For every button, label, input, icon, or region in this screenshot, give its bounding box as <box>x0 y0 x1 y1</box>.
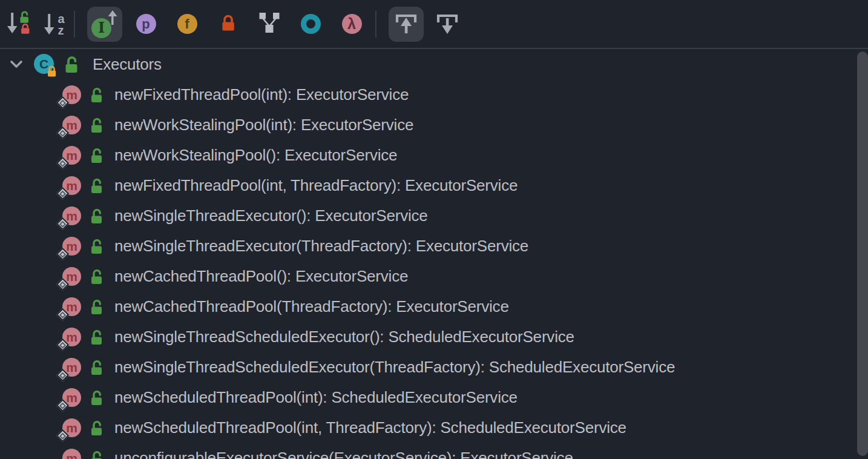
method-signature-label: newFixedThreadPool(int): ExecutorService <box>114 85 409 104</box>
method-signature-label: newSingleThreadScheduledExecutor(ThreadF… <box>114 358 675 377</box>
method-signature-label: newCachedThreadPool(): ExecutorService <box>114 267 408 286</box>
public-lock-icon <box>90 117 104 133</box>
public-lock-icon <box>90 177 104 194</box>
show-properties-button[interactable]: p <box>128 7 163 42</box>
method-signature-label: newWorkStealingPool(int): ExecutorServic… <box>114 116 413 134</box>
tree-row-method[interactable]: m newCachedThreadPool(): ExecutorService <box>0 261 868 291</box>
method-icon: m <box>62 328 81 346</box>
chevron-down-icon[interactable] <box>6 54 27 74</box>
sort-alphabetically-button[interactable]: a z <box>40 7 68 42</box>
show-non-public-button[interactable] <box>211 7 246 42</box>
method-signature-label: newSingleThreadExecutor(): ExecutorServi… <box>114 206 428 225</box>
method-icon: m <box>62 116 81 134</box>
tree-row-method[interactable]: m newSingleThreadExecutor(): ExecutorSer… <box>0 200 868 231</box>
method-icon: m <box>62 85 81 104</box>
tree-row-method[interactable]: m newSingleThreadExecutor(ThreadFactory)… <box>0 231 868 261</box>
final-padlock-icon <box>47 65 58 78</box>
up-arrow-overlay <box>106 9 119 27</box>
tree-row-method[interactable]: m newWorkStealingPool(int): ExecutorServ… <box>0 110 868 140</box>
public-lock-icon <box>90 238 104 254</box>
public-lock-icon <box>90 359 104 375</box>
class-icon: C <box>34 54 54 74</box>
method-icon: m <box>62 297 81 316</box>
structure-tree: C Executors m newFixedThreadPool(int): E… <box>0 49 868 459</box>
tree-row-method[interactable]: m newWorkStealingPool(): ExecutorService <box>0 140 868 170</box>
method-icon: m <box>62 146 81 165</box>
sort-by-visibility-icon <box>6 10 34 39</box>
method-signature-label: newFixedThreadPool(int, ThreadFactory): … <box>114 176 518 195</box>
autoscroll-to-source-button[interactable] <box>389 7 424 42</box>
public-lock-icon <box>90 420 104 436</box>
show-objects-button[interactable] <box>293 7 328 42</box>
show-anonymous-classes-button[interactable] <box>252 7 287 42</box>
public-lock-icon <box>90 450 104 459</box>
method-icon: m <box>62 358 81 377</box>
structure-toolbar: a z I p f <box>0 0 868 49</box>
tree-row-method[interactable]: m newFixedThreadPool(int): ExecutorServi… <box>0 79 868 110</box>
tree-row-method[interactable]: m newSingleThreadScheduledExecutor(Threa… <box>0 352 868 382</box>
method-icon: m <box>62 267 81 286</box>
sort-alpha-z-glyph: z <box>58 24 64 36</box>
method-icon: m <box>62 206 81 225</box>
anonymous-classes-icon <box>258 12 280 36</box>
tree-row-method[interactable]: m unconfigurableExecutorService(Executor… <box>0 443 868 459</box>
lambda-icon: λ <box>342 14 362 34</box>
toolbar-separator <box>74 11 75 38</box>
tree-row-method[interactable]: m newScheduledThreadPool(int): Scheduled… <box>0 382 868 412</box>
public-lock-icon <box>90 208 104 224</box>
show-properties-icon: p <box>136 14 156 34</box>
public-lock-icon <box>90 268 104 285</box>
method-icon: m <box>62 237 81 256</box>
public-lock-icon <box>90 87 104 103</box>
method-signature-label: newWorkStealingPool(): ExecutorService <box>114 146 397 165</box>
public-lock-icon <box>90 329 104 345</box>
method-signature-label: newScheduledThreadPool(int, ThreadFactor… <box>114 418 626 437</box>
class-name-label: Executors <box>93 55 162 74</box>
show-inherited-icon: I <box>91 10 118 38</box>
public-lock-icon <box>90 147 104 163</box>
tree-row-method[interactable]: m newCachedThreadPool(ThreadFactory): Ex… <box>0 291 868 322</box>
method-icon: m <box>62 388 81 407</box>
vertical-scrollbar-thumb[interactable] <box>857 51 868 456</box>
autoscroll-from-source-icon <box>434 10 461 39</box>
show-fields-icon: f <box>177 14 197 34</box>
autoscroll-to-source-icon <box>393 10 419 39</box>
tree-row-class[interactable]: C Executors <box>0 49 868 79</box>
method-signature-label: newCachedThreadPool(ThreadFactory): Exec… <box>114 297 509 316</box>
autoscroll-from-source-button[interactable] <box>430 7 465 42</box>
red-lock-icon <box>220 13 236 35</box>
sort-by-visibility-button[interactable] <box>6 7 34 42</box>
sort-alphabetically-icon: a z <box>43 11 64 38</box>
tree-row-method[interactable]: m newScheduledThreadPool(int, ThreadFact… <box>0 412 868 443</box>
objects-donut-icon <box>301 14 321 34</box>
public-lock-icon <box>64 55 79 73</box>
method-icon: m <box>62 176 81 195</box>
method-icon: m <box>62 449 81 459</box>
method-icon: m <box>62 418 81 437</box>
method-signature-label: newSingleThreadScheduledExecutor(): Sche… <box>114 328 574 346</box>
show-inherited-button[interactable]: I <box>87 7 122 42</box>
show-fields-button[interactable]: f <box>169 7 205 42</box>
show-lambdas-button[interactable]: λ <box>334 7 369 42</box>
public-lock-icon <box>90 299 104 315</box>
method-signature-label: newSingleThreadExecutor(ThreadFactory): … <box>114 237 528 256</box>
sort-alpha-a-glyph: a <box>58 13 64 24</box>
public-lock-icon <box>90 389 104 406</box>
toolbar-separator <box>375 11 376 38</box>
tree-row-method[interactable]: m newSingleThreadScheduledExecutor(): Sc… <box>0 322 868 352</box>
tree-row-method[interactable]: m newFixedThreadPool(int, ThreadFactory)… <box>0 170 868 200</box>
method-signature-label: unconfigurableExecutorService(ExecutorSe… <box>114 449 573 459</box>
method-signature-label: newScheduledThreadPool(int): ScheduledEx… <box>114 388 518 407</box>
